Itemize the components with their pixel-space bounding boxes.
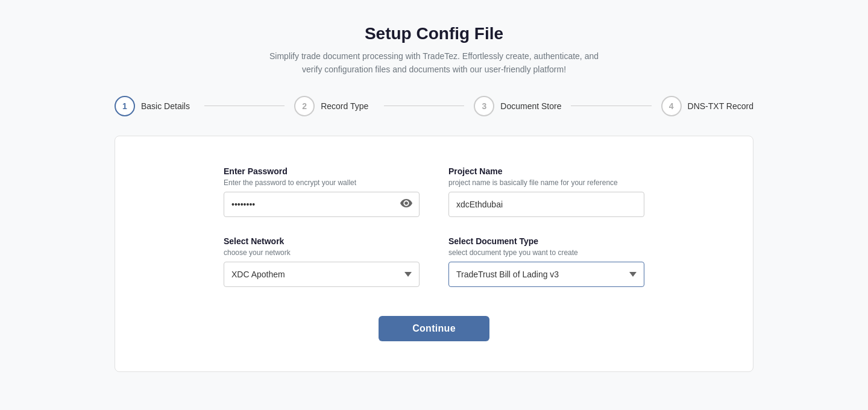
step-circle-3: 3 bbox=[474, 96, 494, 116]
project-name-input[interactable] bbox=[448, 192, 644, 217]
continue-button[interactable]: Continue bbox=[379, 316, 489, 341]
password-hint: Enter the password to encrypt your walle… bbox=[224, 178, 420, 187]
step-circle-2: 2 bbox=[294, 96, 315, 116]
step-circle-4: 4 bbox=[661, 96, 682, 116]
page-title: Setup Config File bbox=[265, 24, 603, 43]
doc-type-select[interactable]: TradeTrust Bill of Lading v3 TradeTrust … bbox=[448, 262, 644, 287]
form-grid: Enter Password Enter the password to enc… bbox=[224, 166, 644, 287]
continue-btn-wrapper: Continue bbox=[224, 316, 644, 341]
stepper: 1 Basic Details 2 Record Type 3 Document… bbox=[115, 96, 753, 116]
form-card: Enter Password Enter the password to enc… bbox=[115, 136, 753, 372]
network-select[interactable]: XDC Apothem Ethereum Mainnet Polygon bbox=[224, 262, 420, 287]
password-input[interactable] bbox=[224, 192, 420, 217]
network-hint: choose your network bbox=[224, 248, 420, 257]
network-label: Select Network bbox=[224, 236, 420, 246]
doc-type-group: Select Document Type select document typ… bbox=[448, 236, 644, 287]
step-line-2 bbox=[384, 106, 464, 106]
page-subtitle: Simplify trade document processing with … bbox=[265, 49, 603, 77]
step-circle-1: 1 bbox=[115, 96, 135, 116]
step-label-4: DNS-TXT Record bbox=[688, 101, 753, 111]
doc-type-label: Select Document Type bbox=[448, 236, 644, 246]
step-label-3: Document Store bbox=[500, 101, 561, 111]
doc-type-hint: select document type you want to create bbox=[448, 248, 644, 257]
step-1: 1 Basic Details bbox=[115, 96, 195, 116]
step-2: 2 Record Type bbox=[294, 96, 374, 116]
page-container: Setup Config File Simplify trade documen… bbox=[0, 0, 868, 396]
step-label-2: Record Type bbox=[321, 101, 368, 111]
project-name-label: Project Name bbox=[448, 166, 644, 176]
step-3: 3 Document Store bbox=[474, 96, 561, 116]
project-name-hint: project name is basically file name for … bbox=[448, 178, 644, 187]
password-input-wrapper bbox=[224, 192, 420, 217]
eye-icon[interactable] bbox=[400, 199, 412, 210]
step-4: 4 DNS-TXT Record bbox=[661, 96, 753, 116]
page-header: Setup Config File Simplify trade documen… bbox=[265, 24, 603, 77]
step-label-1: Basic Details bbox=[141, 101, 190, 111]
project-name-group: Project Name project name is basically f… bbox=[448, 166, 644, 217]
password-group: Enter Password Enter the password to enc… bbox=[224, 166, 420, 217]
network-group: Select Network choose your network XDC A… bbox=[224, 236, 420, 287]
password-label: Enter Password bbox=[224, 166, 420, 176]
project-name-input-wrapper bbox=[448, 192, 644, 217]
step-line-1 bbox=[204, 106, 285, 106]
step-line-3 bbox=[571, 106, 651, 106]
